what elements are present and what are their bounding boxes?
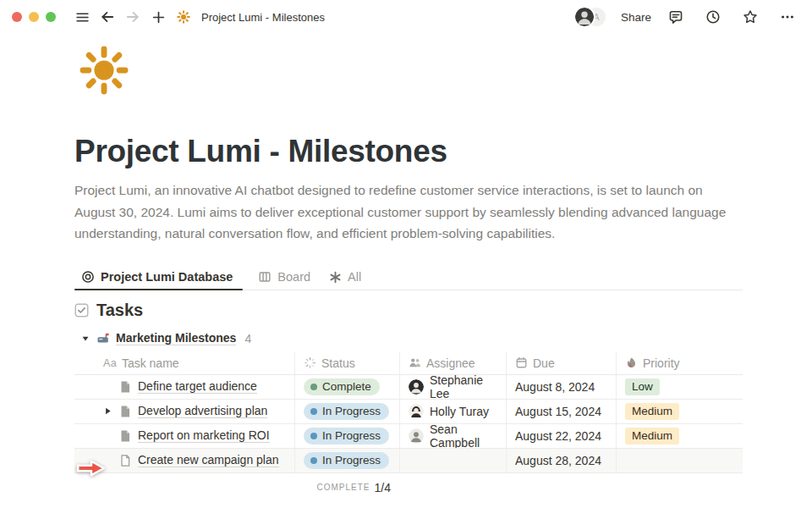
new-tab-plus-icon[interactable]	[151, 9, 166, 25]
tab-board[interactable]: Board	[258, 264, 314, 290]
cell-status[interactable]: In Progress	[294, 449, 399, 472]
back-icon[interactable]	[100, 9, 115, 25]
status-label: In Progress	[322, 405, 381, 417]
column-task-name[interactable]: Aa Task name	[74, 352, 294, 374]
status-label: In Progress	[322, 454, 381, 467]
cell-priority[interactable]: Medium	[616, 424, 743, 448]
table-footer: COMPLETE 1/4	[74, 473, 743, 494]
empty-page-icon	[118, 454, 132, 467]
assignee-name: Stephanie Lee	[430, 375, 506, 399]
priority-pill[interactable]: Low	[625, 378, 660, 395]
share-button[interactable]: Share	[621, 11, 651, 24]
group-name[interactable]: Marketing Milestones	[116, 331, 236, 345]
status-pill[interactable]: In Progress	[304, 428, 389, 444]
page-title[interactable]: Project Lumi - Milestones	[74, 134, 743, 169]
column-label: Due	[533, 356, 555, 370]
checkbox-icon	[74, 303, 89, 318]
task-title[interactable]: Create new campaign plan	[138, 453, 279, 467]
breadcrumb-sun-icon	[176, 9, 191, 25]
cell-assignee[interactable]: Holly Turay	[399, 400, 506, 423]
status-dot-icon	[310, 457, 317, 464]
assignee-name: Holly Turay	[430, 405, 489, 418]
status-pill[interactable]: In Progress	[304, 452, 389, 469]
favorite-star-icon[interactable]	[743, 9, 758, 25]
cell-priority[interactable]	[616, 449, 743, 472]
status-dot-icon	[310, 408, 317, 415]
cell-task[interactable]: Report on marketing ROI	[74, 424, 294, 448]
zoom-window-button[interactable]	[46, 12, 56, 22]
priority-pill[interactable]: Medium	[625, 403, 679, 420]
column-priority[interactable]: Priority	[616, 352, 743, 374]
tab-project-lumi-database[interactable]: Project Lumi Database	[74, 264, 243, 290]
forward-icon[interactable]	[125, 9, 140, 25]
cell-due[interactable]: August 8, 2024	[506, 375, 616, 399]
cell-task[interactable]: Develop advertising plan	[74, 400, 294, 423]
assignee-avatar	[409, 428, 424, 444]
calc-value: 1/4	[375, 481, 391, 494]
tab-label: All	[348, 270, 361, 284]
table-row[interactable]: Create new campaign plan In Progress Aug…	[74, 449, 743, 473]
cell-assignee[interactable]: Stephanie Lee	[399, 375, 506, 399]
status-pill[interactable]: In Progress	[304, 403, 389, 420]
table-row[interactable]: Define target audience Complete Stephani…	[74, 375, 743, 400]
window-titlebar: Project Lumi - Milestones A Share	[0, 0, 812, 34]
cell-status[interactable]: In Progress	[294, 400, 399, 423]
cell-task[interactable]: Create new campaign plan	[74, 449, 294, 472]
history-clock-icon[interactable]	[705, 9, 721, 25]
comments-icon[interactable]	[668, 9, 683, 25]
group-header: Marketing Milestones 4	[74, 329, 743, 348]
avatar	[573, 6, 595, 28]
section-title[interactable]: Tasks	[96, 301, 143, 320]
due-date: August 15, 2024	[515, 405, 601, 418]
row-expand-icon[interactable]	[103, 406, 112, 416]
status-label: In Progress	[322, 429, 381, 442]
status-dot-icon	[310, 384, 317, 390]
cell-assignee[interactable]	[399, 449, 506, 472]
collaborator-avatars[interactable]: A	[573, 6, 609, 28]
cell-status[interactable]: Complete	[294, 375, 399, 399]
status-label: Complete	[322, 380, 371, 393]
minimize-window-button[interactable]	[29, 12, 39, 22]
page-description[interactable]: Project Lumi, an innovative AI chatbot d…	[74, 179, 743, 245]
more-options-icon[interactable]	[780, 9, 795, 25]
table-header-row: Aa Task name Status Assignee Due Priorit…	[74, 352, 743, 375]
column-assignee[interactable]: Assignee	[399, 352, 506, 374]
view-tabs: Project Lumi Database Board All	[74, 265, 743, 290]
page-sun-icon[interactable]	[80, 46, 129, 95]
target-icon	[81, 270, 95, 284]
table-row[interactable]: Develop advertising plan In Progress Hol…	[74, 400, 743, 424]
table-row[interactable]: Report on marketing ROI In Progress Sean…	[74, 424, 743, 449]
mailbox-icon	[96, 332, 110, 345]
column-label: Task name	[122, 356, 179, 370]
priority-pill[interactable]: Medium	[625, 428, 679, 444]
status-calculation[interactable]: COMPLETE 1/4	[294, 473, 399, 494]
assignee-avatar	[409, 379, 424, 395]
column-due[interactable]: Due	[506, 352, 616, 374]
sidebar-menu-icon[interactable]	[74, 9, 90, 25]
cell-due[interactable]: August 22, 2024	[506, 424, 616, 448]
tab-all[interactable]: All	[329, 264, 365, 290]
traffic-lights	[12, 12, 56, 22]
cell-assignee[interactable]: Sean Campbell	[399, 424, 506, 448]
page-icon	[118, 429, 132, 443]
cell-status[interactable]: In Progress	[294, 424, 399, 448]
status-pill[interactable]: Complete	[304, 378, 380, 395]
group-collapse-icon[interactable]	[81, 334, 90, 343]
cell-priority[interactable]: Medium	[616, 400, 743, 423]
task-title[interactable]: Report on marketing ROI	[138, 428, 270, 443]
calc-label: COMPLETE	[317, 483, 370, 492]
cell-priority[interactable]: Low	[616, 375, 743, 399]
column-label: Assignee	[426, 356, 475, 370]
calendar-icon	[515, 356, 528, 369]
cell-task[interactable]: Define target audience	[74, 375, 294, 399]
cell-due[interactable]: August 15, 2024	[506, 400, 616, 423]
text-aa-icon: Aa	[103, 357, 117, 369]
task-title[interactable]: Define target audience	[138, 379, 257, 394]
close-window-button[interactable]	[12, 12, 22, 22]
cell-due[interactable]: August 28, 2024	[506, 449, 616, 472]
due-date: August 22, 2024	[515, 429, 601, 443]
task-title[interactable]: Develop advertising plan	[138, 404, 267, 418]
column-status[interactable]: Status	[294, 352, 399, 374]
breadcrumb[interactable]: Project Lumi - Milestones	[201, 11, 325, 24]
column-label: Priority	[643, 356, 680, 370]
